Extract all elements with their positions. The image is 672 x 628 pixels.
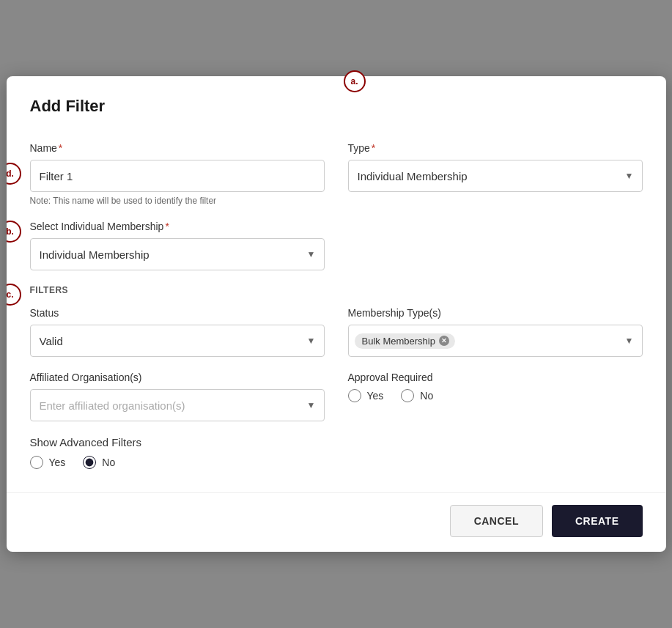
- affiliated-orgs-label: Affiliated Organisation(s): [30, 372, 325, 383]
- advanced-yes-label[interactable]: Yes: [30, 456, 66, 469]
- annotation-b: b.: [7, 221, 21, 243]
- affiliated-approval-row: Affiliated Organisation(s) Enter affilia…: [30, 372, 643, 421]
- advanced-no-text: No: [102, 457, 115, 468]
- filters-section-header: FILTERS: [30, 285, 643, 295]
- select-membership-wrapper: Individual Membership Group Membership ▼: [30, 238, 325, 270]
- status-membership-row: Status Valid Invalid Pending Expired ▼ M…: [30, 307, 643, 357]
- name-label: Name*: [30, 142, 325, 154]
- approval-required-col: Approval Required Yes No: [348, 372, 643, 421]
- type-select[interactable]: Individual Membership Organisation Membe…: [348, 160, 643, 192]
- name-field-col: Name* Note: This name will be used to id…: [30, 142, 325, 206]
- approval-required-radio-group: Yes No: [348, 389, 643, 402]
- select-membership-label: Select Individual Membership*: [30, 221, 325, 232]
- dialog-title: Add Filter: [30, 97, 643, 116]
- advanced-yes-text: Yes: [49, 457, 66, 468]
- type-field-col: Type* Individual Membership Organisation…: [348, 142, 643, 206]
- affiliated-orgs-placeholder: Enter affiliated organisation(s): [37, 396, 188, 415]
- membership-types-input[interactable]: Bulk Membership ✕: [348, 325, 643, 357]
- empty-col-1: [348, 221, 643, 270]
- membership-types-col: Membership Type(s) Bulk Membership ✕ ▼: [348, 307, 643, 357]
- approval-no-radio[interactable]: [401, 389, 414, 402]
- status-label: Status: [30, 307, 325, 319]
- name-type-row: d. Name* Note: This name will be used to…: [30, 142, 643, 206]
- advanced-yes-radio[interactable]: [30, 456, 43, 469]
- approval-no-label[interactable]: No: [401, 389, 433, 402]
- cancel-button[interactable]: CANCEL: [450, 505, 543, 537]
- affiliated-orgs-wrapper: Enter affiliated organisation(s) ▼: [30, 389, 325, 421]
- dialog-body: d. Name* Note: This name will be used to…: [7, 128, 666, 492]
- approval-yes-text: Yes: [367, 390, 384, 402]
- affiliated-orgs-col: Affiliated Organisation(s) Enter affilia…: [30, 372, 325, 421]
- show-advanced-radio-group: Yes No: [30, 456, 643, 469]
- approval-required-label: Approval Required: [348, 372, 643, 383]
- type-select-wrapper: Individual Membership Organisation Membe…: [348, 160, 643, 192]
- status-select-wrapper: Valid Invalid Pending Expired ▼: [30, 325, 325, 357]
- name-input[interactable]: [30, 160, 325, 192]
- select-membership-col: Select Individual Membership* Individual…: [30, 221, 325, 270]
- bulk-membership-remove-icon[interactable]: ✕: [439, 336, 449, 346]
- create-button[interactable]: CREATE: [552, 505, 643, 537]
- dialog-footer: CANCEL CREATE: [7, 492, 666, 552]
- bulk-membership-tag-label: Bulk Membership: [362, 336, 435, 347]
- name-note: Note: This name will be used to identify…: [30, 196, 325, 206]
- membership-types-select-wrapper: Bulk Membership ✕ ▼: [348, 325, 643, 357]
- add-filter-dialog: a. Add Filter d. Name* Note: This name w…: [7, 76, 666, 552]
- approval-no-text: No: [420, 390, 433, 402]
- select-membership-select[interactable]: Individual Membership Group Membership: [30, 238, 325, 270]
- annotation-d: d.: [7, 163, 21, 185]
- advanced-no-radio[interactable]: [83, 456, 96, 469]
- status-select[interactable]: Valid Invalid Pending Expired: [30, 325, 325, 357]
- dialog-header: a. Add Filter: [7, 76, 666, 128]
- status-col: Status Valid Invalid Pending Expired ▼: [30, 307, 325, 357]
- type-label: Type*: [348, 142, 643, 154]
- annotation-a: a.: [344, 70, 366, 92]
- show-advanced-label: Show Advanced Filters: [30, 436, 643, 448]
- approval-yes-radio[interactable]: [348, 389, 361, 402]
- approval-yes-label[interactable]: Yes: [348, 389, 384, 402]
- select-membership-row: b. Select Individual Membership* Individ…: [30, 221, 643, 270]
- annotation-c: c.: [7, 284, 21, 306]
- affiliated-orgs-input[interactable]: Enter affiliated organisation(s): [30, 389, 325, 421]
- advanced-no-label[interactable]: No: [83, 456, 115, 469]
- show-advanced-section: Show Advanced Filters Yes No: [30, 436, 643, 469]
- bulk-membership-tag: Bulk Membership ✕: [355, 333, 455, 349]
- membership-types-label: Membership Type(s): [348, 307, 643, 319]
- filters-section: c. FILTERS Status Valid Invalid Pending …: [30, 285, 643, 469]
